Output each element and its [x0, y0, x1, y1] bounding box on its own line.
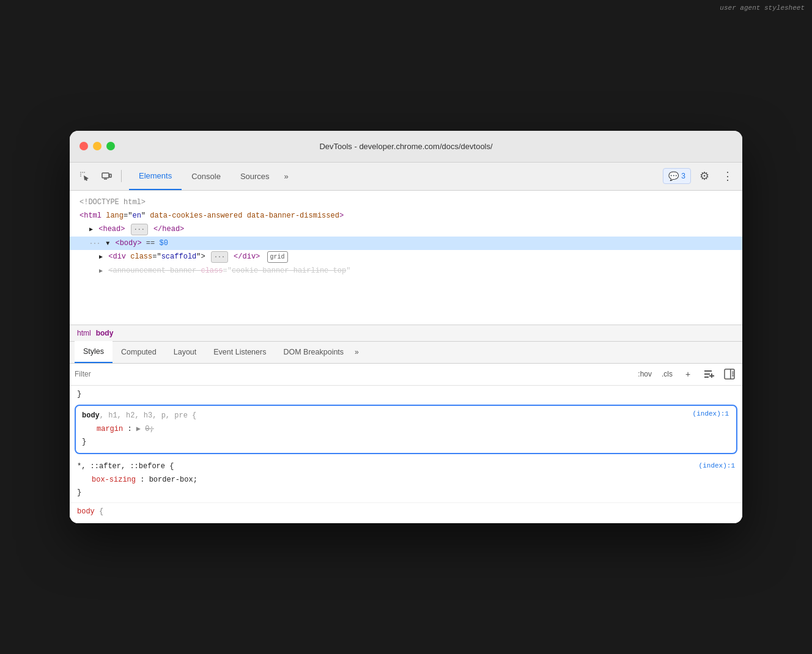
gear-icon: ⚙	[699, 169, 709, 183]
tab-computed[interactable]: Computed	[113, 341, 165, 363]
filter-bar: :hov .cls +	[70, 364, 742, 386]
svg-rect-12	[709, 375, 714, 377]
maximize-button[interactable]	[106, 142, 115, 150]
main-tabs: Elements Console Sources »	[129, 162, 660, 190]
vertical-dots-icon: ⋮	[722, 169, 733, 183]
browser-window: DevTools - developer.chrome.com/docs/dev…	[70, 131, 742, 524]
styles-tabs-bar: Styles Computed Layout Event Listeners D…	[70, 342, 742, 364]
toolbar-separator	[121, 170, 122, 182]
plus-icon: +	[685, 369, 690, 379]
traffic-lights	[79, 142, 115, 150]
close-button[interactable]	[79, 142, 88, 150]
minimize-button[interactable]	[93, 142, 102, 150]
head-dots[interactable]: ···	[131, 224, 148, 235]
css-rules-list: } (index):1 body, h1, h2, h3, p, pre { m…	[70, 386, 742, 524]
svg-rect-9	[704, 373, 710, 375]
dom-html-line[interactable]: <html lang="en" data-cookies-answered da…	[70, 209, 742, 222]
main-toolbar: Elements Console Sources » 💬 3 ⚙	[70, 163, 742, 191]
dom-head-line[interactable]: ▶ <head> ··· </head>	[70, 222, 742, 236]
breadcrumb-html[interactable]: html	[77, 329, 91, 337]
toolbar-right-actions: 💬 3 ⚙ ⋮	[663, 166, 737, 186]
tab-dom-breakpoints[interactable]: DOM Breakpoints	[275, 341, 352, 363]
devtools-panel: Elements Console Sources » 💬 3 ⚙	[70, 163, 742, 524]
css-rule-closing-2: }	[77, 487, 735, 500]
svg-rect-5	[102, 173, 109, 178]
dom-div-scaffold-line[interactable]: ▶ <div class="scaffold"> ··· </div> grid	[70, 250, 742, 263]
body-expand-icon[interactable]: ▼	[106, 240, 109, 247]
styles-panel: Styles Computed Layout Event Listeners D…	[70, 342, 742, 524]
css-prop-box-sizing: box-sizing : border-box;	[77, 474, 735, 487]
css-prop-margin: margin : ▶ 0;	[82, 423, 730, 436]
tab-console[interactable]: Console	[182, 162, 231, 190]
svg-rect-8	[704, 370, 712, 372]
svg-rect-10	[704, 377, 709, 378]
breadcrumb: html body	[70, 325, 742, 342]
tab-event-listeners[interactable]: Event Listeners	[205, 341, 275, 363]
svg-rect-6	[109, 174, 111, 177]
add-style-rule-button[interactable]: +	[680, 366, 696, 382]
window-title: DevTools - developer.chrome.com/docs/dev…	[319, 142, 492, 151]
more-options-button[interactable]: ⋮	[718, 166, 737, 186]
filter-actions: :hov .cls +	[635, 366, 737, 382]
filter-input[interactable]	[75, 370, 635, 378]
hov-button[interactable]: :hov	[635, 369, 654, 380]
inspect-element-icon[interactable]	[75, 166, 94, 186]
selector-rest: , h1, h2, h3, p, pre {	[100, 411, 196, 420]
titlebar: DevTools - developer.chrome.com/docs/dev…	[70, 131, 742, 163]
svg-rect-1	[82, 172, 83, 173]
css-selector-line: body, h1, h2, h3, p, pre {	[82, 410, 730, 423]
expand-icon[interactable]: ▶	[89, 226, 93, 233]
dom-announcement-line[interactable]: ▶ <announcement-banner class="cookie-ban…	[70, 264, 742, 277]
scaffold-dots[interactable]: ···	[211, 251, 228, 263]
selector-body: body	[82, 411, 100, 420]
svg-rect-14	[730, 369, 731, 379]
css-selector-line-2: *, ::after, ::before {	[77, 460, 735, 474]
dom-body-line[interactable]: ··· ▼ <body> == $0	[70, 237, 742, 250]
svg-rect-0	[80, 172, 81, 173]
device-toolbar-icon[interactable]	[97, 166, 116, 186]
css-rule-body-partial: body { user agent stylesheet	[70, 503, 742, 521]
svg-rect-17	[732, 375, 734, 377]
prev-rule-closing-brace: }	[70, 388, 742, 402]
new-style-rule-button[interactable]	[701, 366, 717, 382]
badge-count: 3	[681, 172, 685, 180]
svg-rect-2	[80, 174, 81, 175]
svg-rect-4	[80, 175, 81, 177]
announcement-expand-icon[interactable]: ▶	[99, 268, 103, 274]
cls-button[interactable]: .cls	[659, 369, 675, 380]
grid-badge[interactable]: grid	[267, 251, 288, 263]
div-expand-icon[interactable]: ▶	[99, 254, 103, 260]
chat-icon: 💬	[668, 171, 679, 181]
more-styles-tabs-button[interactable]: »	[355, 348, 359, 356]
tab-elements[interactable]: Elements	[129, 162, 182, 190]
more-tabs-button[interactable]: »	[279, 167, 293, 186]
tab-sources[interactable]: Sources	[231, 162, 279, 190]
tab-layout[interactable]: Layout	[165, 341, 205, 363]
css-rule-universal: (index):1 *, ::after, ::before { box-siz…	[70, 458, 742, 503]
svg-rect-16	[732, 373, 734, 375]
dom-doctype-line: <!DOCTYPE html>	[70, 196, 742, 209]
issues-badge-button[interactable]: 💬 3	[663, 168, 691, 184]
source-link-2[interactable]: (index):1	[699, 460, 735, 472]
source-link-1[interactable]: (index):1	[693, 408, 729, 421]
svg-rect-3	[84, 172, 85, 173]
svg-rect-15	[732, 372, 734, 373]
settings-button[interactable]: ⚙	[695, 166, 714, 186]
tab-styles[interactable]: Styles	[75, 341, 113, 363]
dom-panel: <!DOCTYPE html> <html lang="en" data-coo…	[70, 191, 742, 325]
toggle-sidebar-button[interactable]	[722, 366, 737, 382]
css-rule-closing: }	[82, 436, 730, 449]
breadcrumb-body[interactable]: body	[96, 329, 114, 337]
css-rule-body-selectors: (index):1 body, h1, h2, h3, p, pre { mar…	[75, 405, 737, 454]
